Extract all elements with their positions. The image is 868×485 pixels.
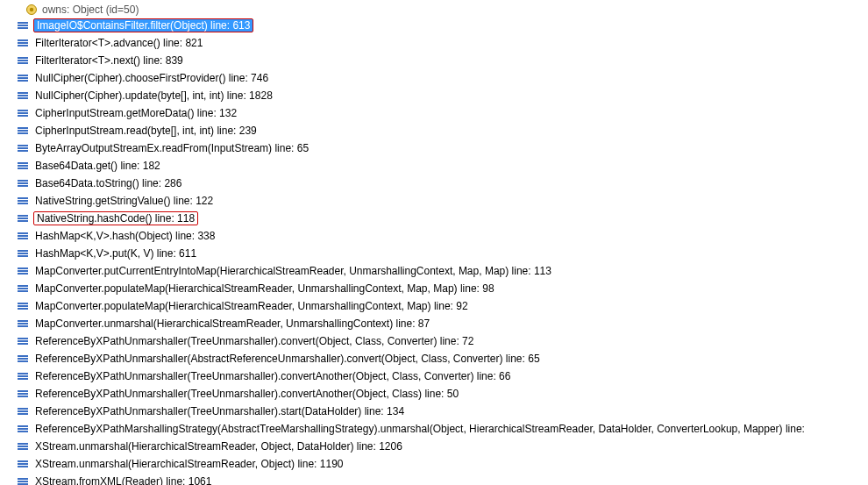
svg-rect-62 [18, 373, 28, 374]
stack-frame-icon [16, 457, 30, 471]
svg-rect-56 [18, 338, 28, 339]
svg-rect-13 [18, 80, 28, 82]
svg-rect-27 [18, 165, 28, 167]
svg-rect-40 [18, 238, 28, 239]
svg-rect-35 [18, 215, 28, 217]
stack-frame-icon [16, 211, 30, 225]
svg-rect-33 [18, 200, 28, 202]
svg-rect-77 [18, 460, 28, 462]
stack-frame[interactable]: NativeString.hashCode() line: 118 [0, 210, 868, 227]
stack-frame-label: FilterIterator<T>.advance() line: 821 [33, 36, 204, 50]
svg-rect-57 [18, 340, 28, 342]
stack-frame-label: NullCipher(Cipher).update(byte[], int, i… [33, 89, 274, 103]
stack-frame-label: XStream.fromXML(Reader) line: 1061 [33, 474, 213, 485]
svg-rect-17 [18, 110, 28, 111]
svg-rect-79 [18, 466, 28, 467]
svg-rect-42 [18, 253, 28, 254]
svg-rect-2 [18, 22, 28, 24]
stack-frame[interactable]: HashMap<K,V>.put(K, V) line: 611 [0, 245, 868, 262]
stack-frame-icon [16, 264, 30, 278]
stack-frame[interactable]: MapConverter.putCurrentEntryIntoMap(Hier… [0, 262, 868, 280]
svg-rect-46 [18, 273, 28, 275]
stack-frame[interactable]: XStream.unmarshal(HierarchicalStreamRead… [0, 438, 868, 455]
svg-rect-9 [18, 60, 28, 61]
stack-frame[interactable]: CipherInputStream.read(byte[], int, int)… [0, 122, 868, 139]
stack-frame[interactable]: FilterIterator<T>.advance() line: 821 [0, 34, 868, 52]
svg-rect-38 [18, 232, 28, 234]
stack-frame[interactable]: MapConverter.unmarshal(HierarchicalStrea… [0, 315, 868, 332]
svg-rect-37 [18, 220, 28, 222]
stack-frame-label: ReferenceByXPathUnmarshaller(TreeUnmarsh… [33, 334, 475, 348]
svg-rect-81 [18, 481, 28, 482]
stack-frame[interactable]: NativeString.getStringValue() line: 122 [0, 192, 868, 210]
svg-rect-63 [18, 375, 28, 377]
stack-frame-icon [16, 246, 30, 260]
stack-frame-label: XStream.unmarshal(HierarchicalStreamRead… [33, 439, 404, 453]
stack-frame[interactable]: NullCipher(Cipher).chooseFirstProvider()… [0, 69, 868, 87]
stack-frame-icon [16, 36, 30, 50]
svg-rect-54 [18, 323, 28, 325]
stack-frame-label: FilterIterator<T>.next() line: 839 [33, 53, 185, 68]
svg-rect-5 [18, 39, 28, 41]
stack-frame[interactable]: ReferenceByXPathUnmarshaller(TreeUnmarsh… [0, 385, 868, 403]
svg-rect-19 [18, 115, 28, 117]
svg-rect-39 [18, 235, 28, 237]
stack-frame-label: ReferenceByXPathUnmarshaller(TreeUnmarsh… [33, 387, 460, 401]
stack-frame[interactable]: ReferenceByXPathUnmarshaller(AbstractRef… [0, 350, 868, 367]
svg-rect-59 [18, 355, 28, 357]
svg-rect-48 [18, 288, 28, 289]
stack-frame[interactable]: NullCipher(Cipher).update(byte[], int, i… [0, 87, 868, 104]
stack-frame-icon [16, 53, 30, 68]
stack-frame[interactable]: MapConverter.populateMap(HierarchicalStr… [0, 280, 868, 297]
svg-rect-66 [18, 393, 28, 395]
svg-rect-67 [18, 396, 28, 397]
stack-frame-label: NullCipher(Cipher).chooseFirstProvider()… [33, 71, 270, 85]
stack-frame-icon [16, 387, 30, 401]
svg-rect-43 [18, 255, 28, 257]
stack-frame-icon [16, 369, 30, 383]
stack-frame-label: Base64Data.get() line: 182 [33, 159, 162, 173]
svg-rect-8 [18, 57, 28, 59]
stack-frame[interactable]: XStream.fromXML(Reader) line: 1061 [0, 473, 868, 485]
svg-rect-31 [18, 185, 28, 187]
stack-frame-label: MapConverter.unmarshal(HierarchicalStrea… [33, 317, 431, 331]
stack-frame-icon [16, 474, 30, 485]
svg-rect-70 [18, 413, 28, 415]
svg-rect-20 [18, 127, 28, 129]
stack-frame[interactable]: FilterIterator<T>.next() line: 839 [0, 52, 868, 69]
svg-rect-16 [18, 97, 28, 99]
stack-frame[interactable]: Base64Data.toString() line: 286 [0, 175, 868, 192]
svg-rect-26 [18, 162, 28, 164]
variable-row[interactable]: owns: Object (id=50) [0, 2, 868, 17]
svg-rect-36 [18, 218, 28, 219]
svg-rect-11 [18, 75, 28, 76]
svg-rect-61 [18, 360, 28, 362]
stack-frame-icon [16, 334, 30, 348]
stack-frame[interactable]: ImageIO$ContainsFilter.filter(Object) li… [0, 17, 868, 34]
stack-frame-icon [16, 18, 30, 32]
stack-frame-label: ReferenceByXPathUnmarshaller(TreeUnmarsh… [33, 369, 512, 383]
svg-rect-49 [18, 290, 28, 292]
stack-frame-label: ByteArrayOutputStreamEx.readFrom(InputSt… [33, 141, 310, 155]
stack-frame[interactable]: ReferenceByXPathUnmarshaller(TreeUnmarsh… [0, 332, 868, 350]
svg-rect-12 [18, 77, 28, 79]
svg-rect-14 [18, 92, 28, 94]
svg-rect-50 [18, 303, 28, 304]
svg-rect-52 [18, 308, 28, 310]
stack-frame[interactable]: XStream.unmarshal(HierarchicalStreamRead… [0, 455, 868, 473]
svg-rect-7 [18, 45, 28, 46]
svg-rect-30 [18, 182, 28, 184]
stack-frame[interactable]: HashMap<K,V>.hash(Object) line: 338 [0, 227, 868, 245]
stack-frame[interactable]: ReferenceByXPathMarshallingStrategy(Abst… [0, 420, 868, 438]
stack-frame[interactable]: Base64Data.get() line: 182 [0, 157, 868, 175]
stack-frame-icon [16, 439, 30, 453]
stack-frame[interactable]: CipherInputStream.getMoreData() line: 13… [0, 104, 868, 122]
stack-frame[interactable]: ByteArrayOutputStreamEx.readFrom(InputSt… [0, 139, 868, 157]
stack-frame-label: NativeString.hashCode() line: 118 [33, 211, 198, 225]
stack-frame-icon [16, 176, 30, 190]
stack-frame[interactable]: ReferenceByXPathUnmarshaller(TreeUnmarsh… [0, 403, 868, 420]
stack-frame[interactable]: ReferenceByXPathUnmarshaller(TreeUnmarsh… [0, 367, 868, 385]
stack-frame-icon [16, 71, 30, 85]
svg-rect-55 [18, 325, 28, 327]
stack-frame[interactable]: MapConverter.populateMap(HierarchicalStr… [0, 297, 868, 315]
